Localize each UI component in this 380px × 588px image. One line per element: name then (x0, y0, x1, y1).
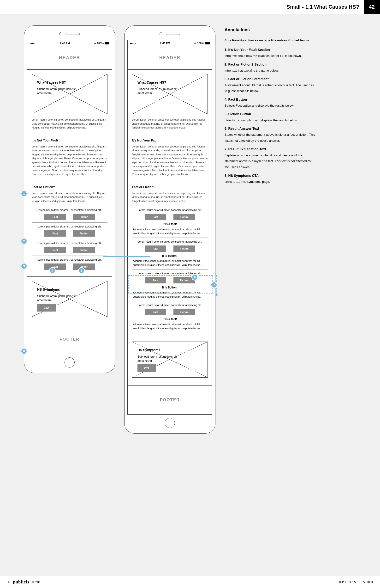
result-answer-text: It is a fact! (132, 222, 208, 226)
hero-subhead: Subhead lorem Ipsum dolor sit amet lorem (137, 87, 178, 95)
annotation-item: 4. Fact ButtonSelects Fact option and di… (225, 98, 316, 109)
annotation-item-body: Intro text that explains the game below. (225, 68, 316, 74)
result-explanation-text: Aliquam vitae consequat mauris, sit amet… (132, 291, 208, 298)
phone-mockup-results: ••••• 2:45 PM ⟡ 100% HEADER What Causes … (124, 25, 215, 434)
bluetooth-icon: ⟡ (94, 42, 96, 45)
annotation-item: 5. Fiction ButtonSelects Fiction option … (225, 112, 316, 124)
expand-arrow-icon (216, 275, 217, 294)
hero-body: Lorem ipsum dolor sit amet, consectetur … (132, 118, 208, 130)
fact-fiction-statement: Lorem ipsum dolor sit amet, consectetur … (132, 209, 208, 211)
symptoms-image-placeholder: HS Symptoms Subhead lorem Ipsum dolor si… (32, 281, 108, 317)
fact-button[interactable]: Fact (145, 246, 166, 252)
document-date: 03/09/2015 (339, 580, 356, 584)
fact-fiction-intro: Lorem ipsum dolor sit amet, consectetur … (132, 191, 208, 203)
hero-title: What Causes HS? (137, 81, 202, 84)
symptoms-subhead: Subhead lorem Ipsum dolor sit amet lorem (137, 355, 178, 363)
annotation-item-body: Intro text about how the exact cause for… (225, 53, 316, 59)
fact-fiction-statement: Lorem ipsum dolor sit amet, consectetur … (132, 272, 208, 275)
hs-symptoms-cta[interactable]: CTA (137, 364, 156, 372)
phone-mockup-initial: ••••• 2:45 PM ⟡ 100% HEADER What Causes … (24, 25, 115, 373)
result-answer-text: It is a fact! (132, 317, 208, 321)
symptoms-title: HS Symptoms (137, 348, 202, 352)
hero-image-placeholder: What Causes HS? Subhead lorem Ipsum dolo… (132, 74, 208, 114)
symptoms-image-placeholder: HS Symptoms Subhead lorem Ipsum dolor si… (132, 341, 208, 378)
fact-button[interactable]: Fact (44, 230, 66, 237)
site-footer-placeholder: FOOTER (27, 325, 112, 354)
result-explanation-text: Aliquam vitae consequat mauris, sit amet… (132, 322, 208, 330)
fact-button[interactable]: Fact (145, 309, 166, 315)
annotations-intro: Functionality activates on tap/click unl… (225, 38, 316, 42)
site-footer-placeholder: FOOTER (128, 385, 212, 414)
annotations-heading: Annotations (225, 27, 316, 32)
annotation-item-title: 5. Fiction Button (225, 112, 316, 116)
annotation-item-title: 6. Result Answer Text (225, 126, 316, 130)
phone-speaker-icon (65, 33, 80, 35)
site-header-placeholder: HEADER (27, 46, 112, 70)
phone-speaker-icon (166, 33, 180, 35)
battery-icon (205, 42, 210, 44)
fiction-button[interactable]: Fiction (173, 246, 195, 252)
fact-fiction-title: Fact or Fiction? (132, 185, 208, 189)
symptoms-subhead: Subhead lorem Ipsum dolor sit amet lorem (37, 294, 78, 302)
document-version: V 10.0 (363, 580, 373, 584)
hero-image-placeholder: What Causes HS? Subhead lorem Ipsum dolo… (32, 74, 108, 114)
fact-fiction-statement: Lorem ipsum dolor sit amet, consectetur … (32, 258, 108, 261)
fact-button[interactable]: Fact (44, 247, 66, 253)
fiction-button[interactable]: Fiction (173, 309, 195, 315)
transition-arrow-icon (103, 256, 149, 257)
annotation-item: 7. Result Explanation TextExplains why t… (225, 147, 316, 170)
fact-button[interactable]: Fact (145, 277, 166, 283)
status-bar: ••••• 2:45 PM ⟡ 100% (128, 40, 212, 46)
annotation-item: 6. Result Answer TextStates whether the … (225, 126, 316, 144)
home-button-icon (65, 357, 75, 368)
fact-fiction-statement: Lorem ipsum dolor sit amet, consectetur … (132, 304, 208, 307)
annotation-item-body: Selects Fact option and displays the res… (225, 103, 316, 109)
fact-button[interactable]: Fact (44, 214, 66, 220)
annotation-item: 3. Fact or Fiction StatementA statement … (225, 77, 316, 94)
annotation-item-body: States whether the statement above is ei… (225, 132, 316, 144)
fiction-button[interactable]: Fiction (73, 230, 95, 237)
hero-subhead: Subhead lorem Ipsum dolor sit amet lorem (37, 87, 78, 95)
not-your-fault-title: It's Not Your Fault (32, 139, 108, 142)
fact-fiction-statement: Lorem ipsum dolor sit amet, consectetur … (32, 225, 108, 228)
battery-icon (105, 42, 109, 44)
status-time: 2:45 PM (160, 42, 170, 45)
annotation-item-title: 4. Fact Button (225, 98, 316, 101)
page-number-badge: 42 (364, 0, 380, 14)
annotation-item: 1. It's Not Your Fault SectionIntro text… (225, 48, 316, 59)
copyright-text: © 2015 (32, 580, 42, 584)
fiction-button[interactable]: Fiction (173, 277, 195, 283)
document-title: Small - 1.1 What Causes HS? (286, 4, 359, 10)
fact-fiction-statement: Lorem ipsum dolor sit amet, consectetur … (32, 209, 108, 211)
not-your-fault-title: It's Not Your Fault (132, 139, 208, 142)
hs-symptoms-cta[interactable]: CTA (37, 304, 56, 312)
annotation-item-title: 1. It's Not Your Fault Section (225, 48, 316, 52)
annotation-item-body: Selects Fiction option and displays the … (225, 117, 316, 124)
fiction-button[interactable]: Fiction (73, 264, 95, 270)
battery-pct: 100% (97, 42, 104, 45)
site-header-placeholder: HEADER (128, 46, 212, 70)
fact-fiction-statement: Lorem ipsum dolor sit amet, consectetur … (132, 240, 208, 243)
fact-fiction-statement: Lorem ipsum dolor sit amet, consectetur … (32, 242, 108, 245)
hero-title: What Causes HS? (37, 81, 102, 84)
annotation-item-body: Explains why the answer is what it is an… (225, 152, 316, 170)
fact-button[interactable]: Fact (44, 264, 66, 270)
fact-fiction-title: Fact or Fiction? (32, 185, 108, 189)
fiction-button[interactable]: Fiction (173, 214, 195, 220)
fiction-button[interactable]: Fiction (73, 247, 95, 253)
annotation-item-body: A statement about HS that is either fict… (225, 82, 316, 94)
not-your-fault-body: Lorem ipsum dolor sit amet, consectetur … (132, 145, 208, 176)
battery-pct: 100% (197, 42, 204, 45)
fiction-button[interactable]: Fiction (73, 214, 95, 220)
annotation-item: 8. HS Symptoms CTALinks to 1.2 HS Sympto… (225, 174, 316, 185)
phone-camera-icon (160, 32, 162, 35)
fact-button[interactable]: Fact (145, 214, 166, 220)
phone-camera-icon (59, 32, 62, 35)
hero-body: Lorem ipsum dolor sit amet, consectetur … (32, 118, 108, 130)
status-time: 2:45 PM (60, 42, 70, 45)
bluetooth-icon: ⟡ (194, 42, 196, 45)
annotation-item: 2. Fact or Fiction? SectionIntro text th… (225, 63, 316, 74)
signal-dots: ••••• (30, 42, 36, 45)
symptoms-title: HS Symptoms (37, 288, 102, 291)
sunburst-icon: ✳ (7, 580, 10, 584)
